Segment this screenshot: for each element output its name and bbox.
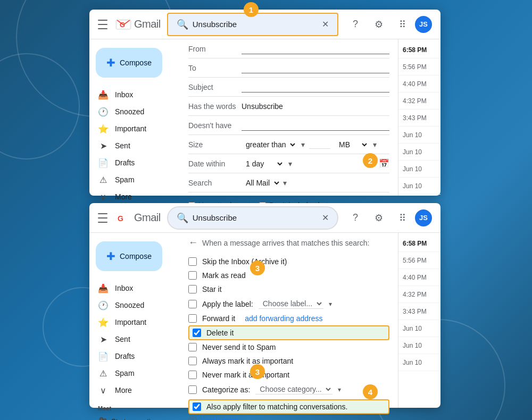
step-badge-1: 1 bbox=[244, 2, 259, 17]
option-forward-it-label: Forward it bbox=[202, 314, 235, 323]
back-arrow-icon[interactable]: ← bbox=[188, 237, 198, 248]
filter-from-input[interactable] bbox=[242, 43, 389, 54]
more-icon-panel1: ∨ bbox=[98, 192, 109, 202]
nav-drafts-panel1[interactable]: 📄 Drafts bbox=[89, 154, 176, 171]
start-meeting-panel2[interactable]: 🎥 Start a meeting bbox=[98, 414, 180, 420]
email-time-p2-2: 5:56 PM bbox=[398, 252, 440, 269]
filter-doesnt-row: Doesn't have bbox=[188, 116, 389, 135]
learn-more-link[interactable]: Learn more bbox=[201, 416, 239, 420]
filter-size-unit[interactable]: MB KB Bytes bbox=[335, 139, 369, 150]
snoozed-icon-panel1: 🕐 bbox=[98, 107, 109, 117]
email-time-3: 4:40 PM bbox=[398, 75, 440, 93]
filter-subject-input[interactable] bbox=[242, 81, 389, 93]
nav-inbox-panel2[interactable]: 📥 Inbox bbox=[89, 280, 176, 297]
option-always-important-label: Always mark it as important bbox=[202, 357, 293, 365]
filter-size-select[interactable]: greater than less than bbox=[242, 139, 297, 150]
option-skip-inbox: Skip the Inbox (Archive it) bbox=[188, 255, 389, 268]
clear-search-icon[interactable]: ✕ bbox=[322, 19, 329, 29]
filter-search-row: Search All Mail Inbox ▾ bbox=[188, 173, 389, 192]
help-icon-2[interactable]: ? bbox=[345, 207, 366, 229]
checkbox-mark-read[interactable] bbox=[188, 271, 197, 280]
add-forwarding-anchor[interactable]: add forwarding address bbox=[245, 314, 322, 323]
panel2-body: ✚ Compose 📥 Inbox 🕐 Snoozed ⭐ Important … bbox=[89, 233, 440, 408]
filter-size-value[interactable] bbox=[309, 140, 330, 149]
search-input-panel2[interactable] bbox=[193, 213, 322, 222]
gmail-text-2: Gmail bbox=[134, 212, 161, 224]
nav-spam-label-panel1: Spam bbox=[115, 175, 135, 184]
sent-icon-panel1: ➤ bbox=[98, 141, 109, 151]
email-time-p2-1: 6:58 PM bbox=[398, 235, 440, 252]
calendar-icon[interactable]: 📅 bbox=[379, 158, 389, 169]
nav-drafts-panel2[interactable]: 📄 Drafts bbox=[89, 348, 176, 365]
nav-sent-panel1[interactable]: ➤ Sent bbox=[89, 137, 176, 154]
nav-inbox-label-panel2: Inbox bbox=[115, 284, 133, 292]
checkbox-also-apply[interactable] bbox=[193, 402, 201, 411]
clear-search-icon-2[interactable]: ✕ bbox=[322, 213, 329, 223]
checkbox-categorize[interactable] bbox=[188, 385, 197, 394]
checkbox-skip-inbox[interactable] bbox=[188, 257, 197, 266]
filter-subject-label: Subject bbox=[188, 83, 242, 91]
compose-button-panel1[interactable]: ✚ Compose bbox=[96, 48, 162, 78]
filter-search-arrow: ▾ bbox=[283, 179, 287, 187]
step-badge-3-top: 3 bbox=[250, 261, 265, 275]
nav-more-panel2[interactable]: ∨ More bbox=[89, 382, 176, 399]
nav-inbox-panel1[interactable]: 📥 Inbox bbox=[89, 86, 176, 103]
more-icon-panel2: ∨ bbox=[98, 385, 109, 396]
apps-icon[interactable]: ⠿ bbox=[392, 14, 413, 35]
option-mark-read-label: Mark as read bbox=[202, 271, 246, 280]
filter-date-arrow: ▾ bbox=[288, 159, 292, 168]
checkbox-apply-label[interactable] bbox=[188, 300, 197, 308]
nav-important-panel2[interactable]: ⭐ Important bbox=[89, 314, 176, 331]
panel1-header: G Gmail 🔍 ✕ ? ⚙ ⠿ JS bbox=[89, 10, 440, 39]
search-input-panel1[interactable] bbox=[193, 20, 322, 29]
filter-doesnt-input[interactable] bbox=[242, 120, 389, 131]
compose-button-panel2[interactable]: ✚ Compose bbox=[96, 241, 162, 271]
nav-important-panel1[interactable]: ⭐ Important bbox=[89, 120, 176, 137]
label-select[interactable]: Choose label... bbox=[259, 299, 323, 309]
gmail-logo: G Gmail bbox=[115, 16, 161, 33]
option-categorize: Categorize as: Choose category... ▾ bbox=[188, 382, 389, 397]
email-time-7: Jun 10 bbox=[398, 144, 440, 161]
checkbox-never-spam[interactable] bbox=[188, 343, 197, 351]
checkbox-star-it[interactable] bbox=[188, 285, 197, 293]
step-badge-4: 4 bbox=[363, 384, 378, 399]
category-select[interactable]: Choose category... bbox=[255, 384, 332, 394]
option-apply-label: Apply the label: Choose label... ▾ bbox=[188, 296, 389, 312]
filter-to-input[interactable] bbox=[242, 62, 389, 73]
settings-icon[interactable]: ⚙ bbox=[368, 14, 389, 35]
option-mark-read: Mark as read bbox=[188, 268, 389, 282]
checkbox-delete-it[interactable] bbox=[193, 329, 201, 337]
nav-sent-panel2[interactable]: ➤ Sent bbox=[89, 331, 176, 348]
filter-search-select[interactable]: All Mail Inbox bbox=[242, 177, 281, 189]
filter-search-label: Search bbox=[188, 179, 242, 187]
spam-icon-panel2: ⚠ bbox=[98, 368, 109, 379]
settings-icon-2[interactable]: ⚙ bbox=[368, 207, 389, 229]
checkbox-always-important[interactable] bbox=[188, 357, 197, 365]
nav-drafts-label-panel1: Drafts bbox=[115, 158, 135, 167]
avatar-panel1[interactable]: JS bbox=[415, 16, 432, 33]
avatar-panel2[interactable]: JS bbox=[415, 209, 432, 226]
nav-snoozed-panel1[interactable]: 🕐 Snoozed bbox=[89, 103, 176, 120]
nav-snoozed-panel2[interactable]: 🕐 Snoozed bbox=[89, 297, 176, 314]
add-forwarding-link[interactable]: add forwarding address bbox=[245, 314, 322, 323]
compose-plus-icon: ✚ bbox=[106, 56, 115, 69]
nav-sent-label-panel2: Sent bbox=[115, 335, 130, 343]
learn-more-icon: ? bbox=[188, 416, 197, 420]
checkbox-never-important[interactable] bbox=[188, 371, 197, 379]
hamburger-menu-2[interactable] bbox=[98, 212, 111, 224]
panel-1: 1 2 G Gmail 🔍 ✕ bbox=[89, 10, 440, 196]
option-skip-inbox-label: Skip the Inbox (Archive it) bbox=[202, 257, 287, 266]
nav-spam-panel1[interactable]: ⚠ Spam bbox=[89, 171, 176, 188]
search-bar-panel2[interactable]: 🔍 ✕ bbox=[167, 206, 338, 230]
help-icon[interactable]: ? bbox=[345, 14, 366, 35]
checkbox-forward-it[interactable] bbox=[188, 314, 197, 323]
start-meeting-label-panel2: Start a meeting bbox=[111, 417, 158, 421]
sidebar-panel1: ✚ Compose 📥 Inbox 🕐 Snoozed ⭐ Important … bbox=[89, 39, 180, 196]
option-apply-label-text: Apply the label: bbox=[202, 300, 253, 308]
hamburger-menu[interactable] bbox=[98, 18, 111, 31]
step-badge-3-bottom: 3 bbox=[250, 364, 265, 379]
filter-date-select[interactable]: 1 day 3 days 1 week 2 weeks 1 month bbox=[242, 158, 284, 170]
apps-icon-2[interactable]: ⠿ bbox=[392, 207, 413, 229]
nav-spam-panel2[interactable]: ⚠ Spam bbox=[89, 365, 176, 382]
email-time-2: 5:56 PM bbox=[398, 58, 440, 75]
